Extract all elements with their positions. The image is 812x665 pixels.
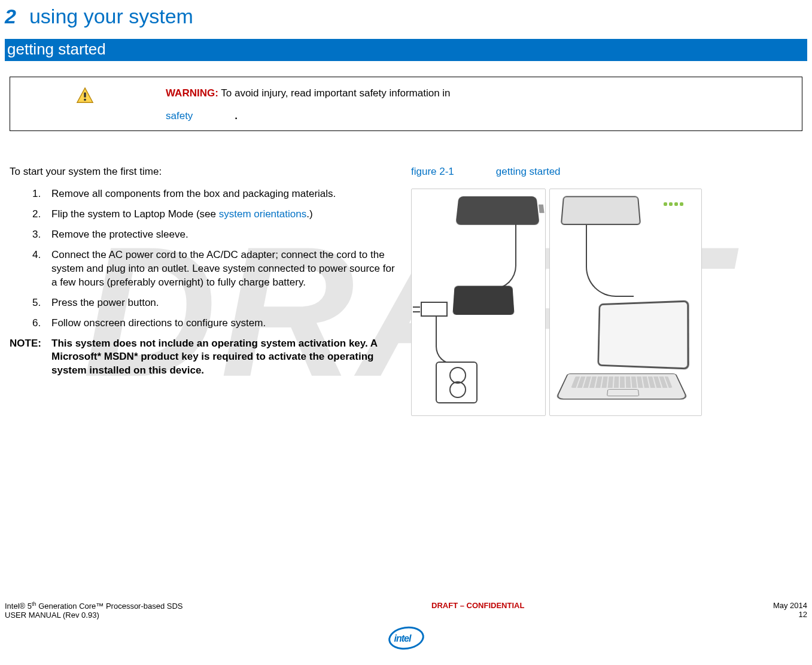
footer-confidential: DRAFT – CONFIDENTIAL xyxy=(431,601,524,620)
step-text-after: .) xyxy=(306,208,312,220)
figure-caption: figure 2-1getting started xyxy=(411,166,802,178)
step-item: 4. Connect the AC power cord to the AC/D… xyxy=(32,248,399,290)
step-number: 3. xyxy=(32,228,41,242)
step-number: 2. xyxy=(32,208,41,221)
step-item: 3. Remove the protective sleeve. xyxy=(32,228,399,242)
footer-date: May 2014 xyxy=(773,601,807,610)
safety-link[interactable]: safety xyxy=(166,108,193,124)
chapter-header: 2 using your system xyxy=(5,5,807,28)
intel-logo: intel xyxy=(5,627,807,653)
figure-panel-left xyxy=(411,189,546,416)
step-number: 6. xyxy=(32,317,41,330)
step-item: 5. Press the power button. xyxy=(32,296,399,310)
step-number: 5. xyxy=(32,296,41,310)
note-label: NOTE: xyxy=(10,337,51,378)
warning-label: WARNING: xyxy=(166,87,218,99)
section-heading: getting started xyxy=(5,39,807,61)
step-number: 1. xyxy=(32,187,41,201)
step-text: Remove the protective sleeve. xyxy=(51,229,188,240)
step-text: Remove all components from the box and p… xyxy=(51,188,336,199)
step-item: 6. Follow onscreen directions to configu… xyxy=(32,317,399,330)
warning-period: . xyxy=(235,110,238,122)
note-text: This system does not include an operatin… xyxy=(51,337,399,378)
svg-rect-1 xyxy=(84,92,86,97)
figure-panel-right xyxy=(549,189,702,416)
step-text: Follow onscreen directions to configure … xyxy=(51,317,266,329)
page-footer: Intel® 5th Generation Core™ Processor-ba… xyxy=(5,601,807,653)
chapter-number: 2 xyxy=(5,5,16,28)
footer-left: Intel® 5th Generation Core™ Processor-ba… xyxy=(5,601,183,620)
warning-text: WARNING: To avoid injury, read important… xyxy=(166,86,790,123)
router-icon xyxy=(455,196,539,225)
cord-icon xyxy=(436,317,454,365)
status-lights-icon xyxy=(664,202,683,206)
modem-icon xyxy=(561,196,641,225)
step-text-before: Flip the system to Laptop Mode (see xyxy=(51,208,219,220)
steps-list: 1. Remove all components from the box an… xyxy=(10,187,399,330)
step-text: Connect the AC power cord to the AC/DC a… xyxy=(51,249,395,288)
svg-point-2 xyxy=(84,99,86,101)
warning-icon xyxy=(76,87,94,107)
chapter-title: using your system xyxy=(29,5,193,28)
page-number: 12 xyxy=(799,610,807,619)
footer-manual: USER MANUAL (Rev 0.93) xyxy=(5,611,99,620)
step-item: 1. Remove all components from the box an… xyxy=(32,187,399,201)
step-text: Press the power button. xyxy=(51,297,159,308)
intro-text: To start your system the first time: xyxy=(10,166,399,178)
figure-image xyxy=(411,189,802,416)
laptop-icon xyxy=(562,302,694,409)
cable-icon xyxy=(586,225,634,297)
step-item: 2. Flip the system to Laptop Mode (see s… xyxy=(32,208,399,221)
figure-label: figure 2-1 xyxy=(411,166,454,177)
cord-icon xyxy=(480,224,516,290)
outlet-icon xyxy=(436,362,478,403)
plug-icon xyxy=(421,302,448,317)
warning-box: WARNING: To avoid injury, read important… xyxy=(10,77,802,131)
footer-right: May 2014 12 xyxy=(773,601,807,620)
note-block: NOTE: This system does not include an op… xyxy=(10,337,399,378)
figure-title: getting started xyxy=(496,166,561,177)
figure-column: figure 2-1getting started xyxy=(399,166,802,416)
instructions-column: To start your system the first time: 1. … xyxy=(10,166,399,416)
adapter-icon xyxy=(452,286,514,315)
footer-product: Intel® 5th Generation Core™ Processor-ba… xyxy=(5,602,183,611)
step-number: 4. xyxy=(32,248,41,262)
warning-body: To avoid injury, read important safety i… xyxy=(218,87,451,99)
system-orientations-link[interactable]: system orientations xyxy=(219,208,306,220)
